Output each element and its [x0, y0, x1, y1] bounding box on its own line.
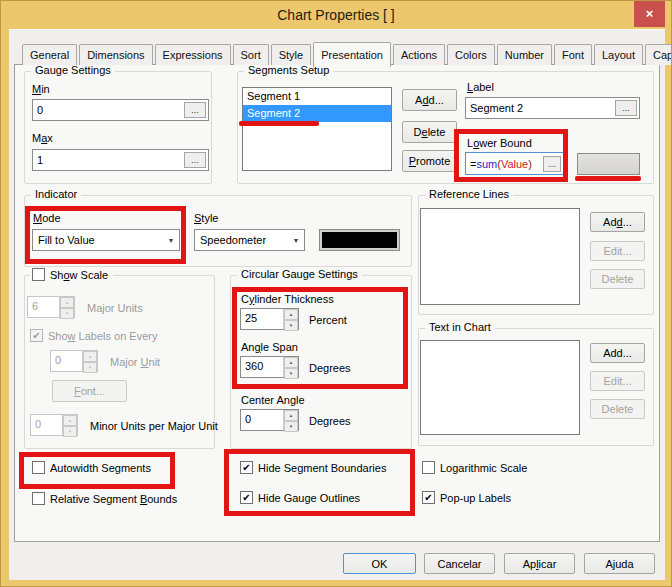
indicator-title: Indicator	[31, 188, 81, 200]
major-unit-spinner: 0 ▴▾	[50, 350, 98, 372]
spin-up-icon[interactable]: ▴	[284, 410, 298, 421]
tab-style[interactable]: Style	[271, 44, 311, 65]
show-labels-checkbox[interactable]: ✔	[30, 329, 43, 342]
segments-list[interactable]: Segment 1 Segment 2	[242, 87, 392, 171]
reference-edit-button[interactable]: Edit...	[590, 241, 645, 261]
reference-delete-button[interactable]: Delete	[590, 269, 645, 289]
tab-expressions[interactable]: Expressions	[155, 44, 231, 65]
mode-value: Fill to Value	[38, 234, 163, 246]
hide-boundaries-checkbox[interactable]: ✔	[240, 461, 253, 474]
lower-bound-expression-button[interactable]: ...	[543, 156, 561, 172]
tab-font[interactable]: Font	[554, 44, 592, 65]
center-angle-value: 0	[241, 410, 283, 430]
popup-labels-checkbox[interactable]: ✔	[422, 491, 435, 504]
autowidth-label: Autowidth Segments	[50, 462, 151, 474]
spin-down-icon[interactable]: ▾	[284, 368, 298, 379]
max-expression-button[interactable]: ...	[184, 152, 206, 168]
apply-button[interactable]: Aplicar	[504, 553, 575, 574]
lower-bound-expression: =sum(Value)	[470, 158, 543, 170]
popup-labels-label: Pop-up Labels	[440, 492, 511, 504]
min-expression-button[interactable]: ...	[184, 102, 206, 118]
max-value: 1	[37, 154, 184, 166]
tab-colors[interactable]: Colors	[447, 44, 495, 65]
logarithmic-row: Logarithmic Scale	[422, 461, 527, 474]
minor-units-spinner: 0 ▴▾	[30, 414, 78, 436]
help-button[interactable]: Ajuda	[584, 553, 655, 574]
text-add-button[interactable]: Add...	[590, 343, 645, 363]
hide-outlines-label: Hide Gauge Outlines	[258, 492, 360, 504]
mode-dropdown[interactable]: Fill to Value ▼	[32, 229, 180, 251]
spin-down-icon[interactable]: ▾	[63, 426, 77, 437]
center-angle-spinner[interactable]: 0 ▴▾	[240, 409, 299, 431]
spin-up-icon[interactable]: ▴	[63, 415, 77, 426]
text-delete-button[interactable]: Delete	[590, 399, 645, 419]
tab-sort[interactable]: Sort	[233, 44, 269, 65]
logarithmic-checkbox[interactable]	[422, 461, 435, 474]
max-label: Max	[32, 132, 53, 144]
spin-down-icon[interactable]: ▾	[60, 308, 74, 319]
text-edit-button[interactable]: Edit...	[590, 371, 645, 391]
tab-number[interactable]: Number	[497, 44, 552, 65]
spin-up-icon[interactable]: ▴	[60, 297, 74, 308]
cancel-button[interactable]: Cancelar	[424, 553, 495, 574]
style-dropdown[interactable]: Speedometer ▼	[194, 229, 305, 251]
popup-labels-row: ✔ Pop-up Labels	[422, 491, 511, 504]
min-value: 0	[37, 104, 184, 116]
major-units-value: 6	[28, 297, 59, 317]
segment-list-item-selected[interactable]: Segment 2	[243, 105, 391, 122]
title-bar: Chart Properties [ ]	[1, 1, 671, 29]
window-title: Chart Properties [ ]	[277, 7, 395, 23]
tab-caption[interactable]: Caption	[645, 44, 672, 65]
tab-layout[interactable]: Layout	[594, 44, 643, 65]
segment-label-label: Label	[467, 81, 494, 93]
check-icon: ✔	[242, 461, 250, 474]
presentation-tab-page: Gauge Settings Min 0 ... Max 1 ... Segme…	[14, 64, 660, 542]
style-value: Speedometer	[200, 234, 288, 246]
max-input[interactable]: 1 ...	[32, 149, 209, 171]
spin-up-icon[interactable]: ▴	[284, 357, 298, 368]
spin-down-icon[interactable]: ▾	[284, 320, 298, 331]
angle-span-spinner[interactable]: 360 ▴▾	[240, 356, 299, 378]
spin-down-icon[interactable]: ▾	[284, 421, 298, 432]
min-input[interactable]: 0 ...	[32, 99, 209, 121]
angle-span-label: Angle Span	[241, 341, 298, 353]
segment-promote-button[interactable]: Promote	[402, 150, 457, 172]
major-units-spinner: 6 ▴▾	[27, 296, 75, 318]
reference-lines-list[interactable]	[420, 208, 580, 305]
tab-dimensions[interactable]: Dimensions	[79, 44, 152, 65]
segment-label-input[interactable]: Segment 2 ...	[465, 97, 640, 119]
cylinder-thickness-spinner[interactable]: 25 ▴▾	[240, 308, 299, 330]
segment-label-expression-button[interactable]: ...	[615, 100, 637, 116]
relative-bounds-checkbox[interactable]	[32, 492, 45, 505]
show-scale-row: Show Scale	[30, 268, 113, 281]
hide-boundaries-row: ✔ Hide Segment Boundaries	[240, 461, 386, 474]
expr-paren-close: )	[528, 158, 532, 170]
text-in-chart-list[interactable]	[420, 340, 580, 435]
lower-bound-input[interactable]: =sum(Value) ...	[465, 152, 564, 175]
show-scale-checkbox[interactable]	[32, 268, 45, 281]
font-button[interactable]: Font...	[52, 380, 127, 402]
major-unit-value: 0	[51, 351, 82, 371]
tab-general[interactable]: General	[22, 44, 77, 65]
expr-field: Value	[501, 158, 528, 170]
segment-add-button[interactable]: Add...	[402, 89, 457, 111]
indicator-color-swatch[interactable]	[319, 229, 400, 251]
expr-function: sum	[476, 158, 497, 170]
tab-presentation[interactable]: Presentation	[313, 42, 391, 67]
autowidth-checkbox[interactable]	[32, 461, 45, 474]
spin-up-icon[interactable]: ▴	[284, 309, 298, 320]
segment-delete-button[interactable]: Delete	[402, 121, 457, 143]
ok-button[interactable]: OK	[343, 553, 416, 574]
check-icon: ✔	[242, 491, 250, 504]
spin-up-icon[interactable]: ▴	[83, 351, 97, 362]
show-labels-label: Show Labels on Every	[48, 330, 157, 342]
segment-color-swatch[interactable]	[577, 153, 640, 175]
segment-list-item[interactable]: Segment 1	[243, 88, 391, 105]
hide-outlines-checkbox[interactable]: ✔	[240, 491, 253, 504]
reference-add-button[interactable]: Add...	[590, 212, 645, 232]
close-button[interactable]: ×	[634, 1, 665, 27]
minor-units-label: Minor Units per Major Unit	[90, 420, 218, 432]
spin-down-icon[interactable]: ▾	[83, 362, 97, 373]
cylinder-thickness-label: Cylinder Thickness	[241, 293, 334, 305]
tab-actions[interactable]: Actions	[393, 44, 445, 65]
